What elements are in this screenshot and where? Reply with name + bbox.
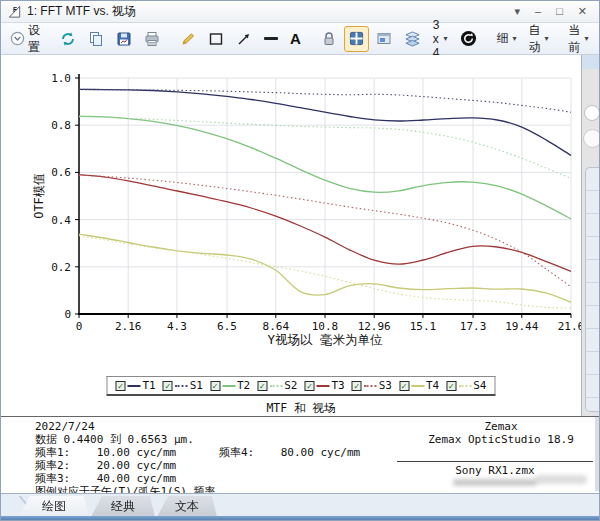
redacted-text (453, 479, 537, 486)
legend-checkbox-S1[interactable]: ✓ (163, 381, 173, 391)
plot-window: F 1: FFT MTF vs. 视场 ▾ – □ ✕ 设置 (0, 0, 600, 521)
tab-label: 文本 (175, 498, 199, 515)
pencil-icon (180, 31, 196, 47)
arrow-tool-button[interactable] (231, 26, 257, 52)
grid-size-dropdown[interactable]: 3 x 4 ▾ (428, 26, 453, 52)
maximize-button[interactable]: □ (556, 6, 563, 17)
pane-layout-button[interactable] (344, 26, 369, 52)
close-button[interactable]: ✕ (578, 6, 587, 17)
chevron-down-icon: ▾ (545, 34, 549, 43)
legend-checkbox-T2[interactable]: ✓ (210, 381, 220, 391)
chevron-down-icon: ▾ (513, 34, 517, 43)
print-icon (144, 31, 160, 47)
tab-classic[interactable]: 经典 (91, 496, 155, 517)
info-line: 数据 0.4400 到 0.6563 µm. (35, 433, 216, 446)
legend-checkbox-S4[interactable]: ✓ (446, 381, 456, 391)
legend-item-S2[interactable]: ✓S2 (257, 379, 297, 392)
settings-label: 设置 (28, 22, 40, 56)
background-window-sliver (595, 417, 600, 491)
legend-line-sample (175, 385, 188, 387)
legend-item-T1[interactable]: ✓T1 (116, 379, 156, 392)
legend-item-T4[interactable]: ✓T4 (399, 379, 439, 392)
svg-text:F: F (13, 6, 17, 13)
x-axis-label: Y视场以 毫米为单位 (79, 332, 571, 349)
tab-label: 绘图 (42, 498, 66, 515)
legend-item-S3[interactable]: ✓S3 (352, 379, 392, 392)
background-window-sliver (581, 55, 600, 416)
legend-label: T3 (332, 379, 345, 392)
info-line: 2022/7/24 (35, 420, 216, 433)
print-button[interactable] (139, 26, 165, 52)
toolbar: 设置 (1, 23, 599, 55)
overlay-button[interactable] (399, 26, 426, 52)
info-line: 频率3: 40.00 cyc/mm (35, 472, 216, 485)
info-frequency4: 频率4: 80.00 cyc/mm (219, 446, 360, 459)
legend-line-sample (269, 385, 282, 387)
pencil-tool-button[interactable] (175, 26, 201, 52)
title-bar[interactable]: F 1: FFT MTF vs. 视场 ▾ – □ ✕ (1, 1, 599, 23)
svg-text:1.0: 1.0 (51, 72, 71, 85)
legend-line-sample (364, 385, 377, 387)
background-window-panel (585, 167, 600, 412)
company-name: Zemax (411, 420, 591, 433)
settings-button[interactable]: 设置 (5, 26, 45, 52)
legend-item-T2[interactable]: ✓T2 (210, 379, 250, 392)
background-window-button (583, 129, 600, 148)
line-thickness-label: 细 (497, 30, 509, 47)
refresh-icon (60, 31, 76, 47)
line-tool-button[interactable] (259, 26, 283, 52)
legend-line-sample (222, 385, 235, 387)
image-icon (376, 31, 392, 46)
svg-text:0.2: 0.2 (51, 261, 71, 274)
product-name: Zemax OpticStudio 18.9 (411, 433, 591, 446)
legend-label: S1 (190, 379, 203, 392)
save-button[interactable] (111, 26, 137, 52)
legend-label: T1 (143, 379, 156, 392)
chevron-down-icon: ▾ (585, 34, 589, 43)
window-title: 1: FFT MTF vs. 视场 (27, 3, 136, 20)
legend-checkbox-T4[interactable]: ✓ (399, 381, 409, 391)
scale-dropdown[interactable]: 自动 ▾ (524, 26, 554, 52)
legend-checkbox-T3[interactable]: ✓ (305, 381, 315, 391)
legend-line-sample (317, 385, 330, 387)
legend-item-S1[interactable]: ✓S1 (163, 379, 203, 392)
svg-text:0.8: 0.8 (51, 119, 71, 132)
chart-subtitle: MTF 和 视场 (1, 401, 600, 416)
minimize-button[interactable]: – (535, 6, 541, 17)
layers-icon (404, 31, 421, 47)
rectangle-tool-button[interactable] (203, 26, 229, 52)
window-menu-button[interactable]: ▾ (514, 6, 520, 17)
copy-button[interactable] (83, 26, 109, 52)
legend-label: T2 (237, 379, 250, 392)
window-bottom-frame (1, 516, 600, 521)
legend-line-sample (458, 385, 471, 387)
legend-item-T3[interactable]: ✓T3 (305, 379, 345, 392)
save-icon (116, 31, 132, 47)
svg-text:0.4: 0.4 (51, 214, 71, 227)
legend-item-S4[interactable]: ✓S4 (446, 379, 486, 392)
chevron-circle-icon (10, 31, 25, 46)
lock-button[interactable] (316, 26, 342, 52)
rotate-button[interactable] (455, 26, 482, 52)
legend-checkbox-S3[interactable]: ✓ (352, 381, 362, 391)
help-button[interactable]: ? (596, 26, 600, 52)
tab-plot[interactable]: 绘图 (19, 496, 89, 517)
info-panel: 2022/7/24数据 0.4400 到 0.6563 µm.频率1: 10.0… (1, 416, 600, 493)
legend-checkbox-T1[interactable]: ✓ (116, 381, 126, 391)
text-icon: A (290, 30, 301, 47)
text-tool-button[interactable]: A (285, 26, 306, 52)
legend: ✓T1✓S1✓T2✓S2✓T3✓S3✓T4✓S4 (107, 376, 496, 396)
tab-text[interactable]: 文本 (157, 496, 217, 517)
legend-label: T4 (426, 379, 439, 392)
info-line: 频率2: 20.00 cyc/mm (35, 459, 216, 472)
svg-text:0: 0 (64, 308, 71, 321)
export-image-button[interactable] (371, 26, 397, 52)
line-thickness-dropdown[interactable]: 细 ▾ (492, 26, 522, 52)
lock-icon (321, 31, 337, 47)
mtf-plot: 02.164.36.58.6410.812.9615.117.319.4421.… (1, 55, 600, 416)
refresh-button[interactable] (55, 26, 81, 52)
legend-checkbox-S2[interactable]: ✓ (257, 381, 267, 391)
config-dropdown[interactable]: 当前 ▾ (564, 26, 594, 52)
chart-panel: 02.164.36.58.6410.812.9615.117.319.4421.… (1, 55, 600, 416)
scale-label: 自动 (529, 22, 541, 56)
